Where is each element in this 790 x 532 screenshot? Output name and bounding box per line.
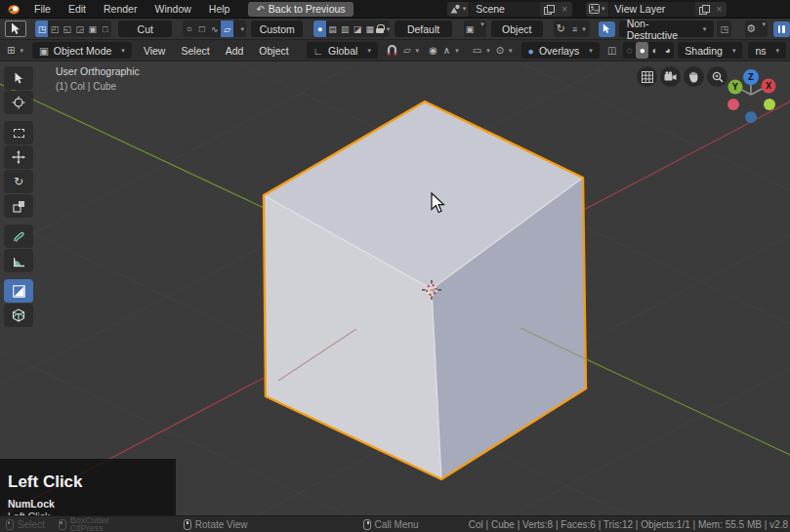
back-to-previous-button[interactable]: ↶ Back to Previous <box>248 2 353 17</box>
tool-select-box[interactable] <box>4 121 33 144</box>
tool-boxcutter[interactable] <box>4 279 33 303</box>
tool-move[interactable] <box>4 145 33 169</box>
scene-name[interactable]: Scene <box>470 2 540 17</box>
active-cursor-toggle[interactable] <box>599 21 615 37</box>
gizmo-z-neg-axis[interactable] <box>745 111 757 123</box>
status-hint-rotate-view: Rotate View <box>184 519 248 530</box>
menu-add[interactable]: Add <box>218 40 252 61</box>
refresh-icon[interactable]: ↻ <box>554 20 568 37</box>
custom-shape-field[interactable]: Custom <box>251 20 303 37</box>
zoom-button[interactable] <box>707 66 728 87</box>
lock-dropdown[interactable] <box>376 20 390 37</box>
sliders-icon[interactable]: ≡ <box>568 20 590 37</box>
surface-view-icon[interactable]: ▥ <box>339 20 352 37</box>
blender-window: File Edit Render Window Help ↶ Back to P… <box>0 0 790 532</box>
tool-tweak[interactable] <box>4 66 33 90</box>
tool-cursor[interactable] <box>4 91 33 114</box>
status-hint-call-menu: Call Menu <box>363 519 419 530</box>
mode-selector[interactable]: ▣ Object Mode <box>32 42 132 59</box>
viewport-3d[interactable]: Z Y X ↻ <box>0 61 790 515</box>
visibility-dropdown[interactable]: ⊙ <box>493 45 516 56</box>
status-hint-boxcutter: BoxCutter CtlPress <box>59 516 109 532</box>
pivot-dropdown[interactable]: ▣ <box>464 20 486 37</box>
pause-button[interactable] <box>773 21 790 37</box>
shape-circle-icon[interactable]: ○ <box>183 20 195 37</box>
pan-hand-button[interactable] <box>684 66 704 87</box>
surface-world-icon[interactable]: ◪ <box>352 20 364 37</box>
bool-knife-icon[interactable]: □ <box>99 20 111 37</box>
pivot-icon: ▣ <box>464 20 476 37</box>
menu-render[interactable]: Render <box>95 0 146 19</box>
view-layer-remove-icon[interactable]: × <box>712 4 728 15</box>
overlays-dropdown[interactable]: ● Overlays <box>521 42 600 59</box>
mode-field[interactable]: Non-Destructive <box>619 20 715 37</box>
tool-annotate[interactable] <box>4 225 33 248</box>
view-layer-name[interactable]: View Layer <box>609 2 695 17</box>
pause-icon <box>773 25 790 33</box>
bool-intersect-icon[interactable]: ◱ <box>61 20 73 37</box>
tool-rotate[interactable]: ↻ <box>4 170 33 193</box>
shading-rendered-icon[interactable]: ◕ <box>661 42 674 59</box>
shape-custom-icon[interactable]: ▱ <box>221 20 233 37</box>
topbar: File Edit Render Window Help ↶ Back to P… <box>0 0 790 19</box>
bool-inset-icon[interactable]: ◲ <box>73 20 86 37</box>
menu-window[interactable]: Window <box>146 0 199 19</box>
falloff-dropdown[interactable]: ∧ <box>440 45 462 56</box>
svg-text:Y: Y <box>731 83 738 92</box>
surface-object-icon[interactable]: ● <box>313 20 326 37</box>
shading-dropdown[interactable]: Shading <box>678 42 742 59</box>
behavior-field[interactable]: Default <box>395 20 452 37</box>
screencast-line2: NumLock <box>8 498 168 510</box>
menu-edit[interactable]: Edit <box>60 0 95 19</box>
menu-select[interactable]: Select <box>173 40 217 61</box>
shading-mode-group: ◌ ● ◐ ◕ <box>623 42 674 59</box>
surface-grid-icon[interactable]: ▦ <box>363 20 376 37</box>
options-menu-clipped[interactable]: ns <box>748 42 786 59</box>
operation-field[interactable]: Cut <box>118 20 172 37</box>
proportional-edit-icon[interactable]: ◉ <box>426 45 440 56</box>
scene-unlink-icon[interactable]: × <box>557 4 572 15</box>
view-layer-icon[interactable] <box>586 2 609 17</box>
xray-toggle-icon[interactable]: ◫ <box>604 45 619 56</box>
shape-box-icon[interactable]: □ <box>195 20 208 37</box>
ortho-grid-button[interactable] <box>637 66 657 87</box>
show-gizmo-dropdown[interactable]: ▭ <box>470 45 493 56</box>
tool-scale[interactable] <box>4 194 33 218</box>
menu-view[interactable]: View <box>136 40 174 61</box>
bool-slice-icon[interactable]: ◰ <box>48 20 61 37</box>
target-field[interactable]: Object <box>491 20 543 37</box>
menu-object[interactable]: Object <box>251 40 296 61</box>
scene-duplicate-icon[interactable] <box>544 5 553 14</box>
mouse-left-icon <box>6 519 14 530</box>
surface-cursor-icon[interactable]: ▤ <box>326 20 339 37</box>
object-mode-icon: ▣ <box>39 45 49 57</box>
orientation-dropdown[interactable]: ∟ Global <box>307 42 378 59</box>
shading-wireframe-icon[interactable]: ◌ <box>623 42 636 59</box>
mouse-left-drag-icon <box>59 519 66 530</box>
gizmo-x-neg-axis[interactable] <box>728 99 739 110</box>
bool-join-icon[interactable]: ▣ <box>86 20 99 37</box>
editor-type-dropdown[interactable]: ⊞ <box>4 45 26 56</box>
shading-material-icon[interactable]: ◐ <box>648 42 661 59</box>
blender-logo-icon[interactable] <box>0 0 25 19</box>
orientation-axes-icon: ∟ <box>313 45 323 57</box>
bool-cut-icon[interactable]: ◳ <box>35 20 48 37</box>
settings-dropdown[interactable]: ⚙ <box>745 20 768 37</box>
snap-magnet-icon[interactable] <box>384 45 400 56</box>
shape-dropdown[interactable] <box>233 20 246 37</box>
tool-add-cube[interactable] <box>4 304 33 327</box>
tool-measure[interactable] <box>4 249 33 272</box>
toolbar: ↻ <box>4 66 33 328</box>
shading-solid-icon[interactable]: ● <box>636 42 648 59</box>
menu-help[interactable]: Help <box>200 0 239 19</box>
tool-settings-bar: ◳ ◰ ◱ ◲ ▣ □ Cut ○ □ ∿ ▱ Custom ● ▤ ▥ ◪ ▦… <box>0 19 790 40</box>
shape-ngon-icon[interactable]: ∿ <box>208 20 221 37</box>
gizmo-y-neg-axis[interactable] <box>764 99 775 110</box>
menu-file[interactable]: File <box>25 0 60 19</box>
scene-icon[interactable] <box>447 2 471 17</box>
corner-snap-icon[interactable]: ◳ <box>717 20 731 37</box>
view-layer-duplicate-icon[interactable] <box>699 5 708 14</box>
status-bar: Select BoxCutter CtlPress Rotate View Ca… <box>0 515 790 532</box>
camera-view-button[interactable] <box>660 66 681 87</box>
snap-settings-dropdown[interactable]: ▱ <box>400 45 422 56</box>
